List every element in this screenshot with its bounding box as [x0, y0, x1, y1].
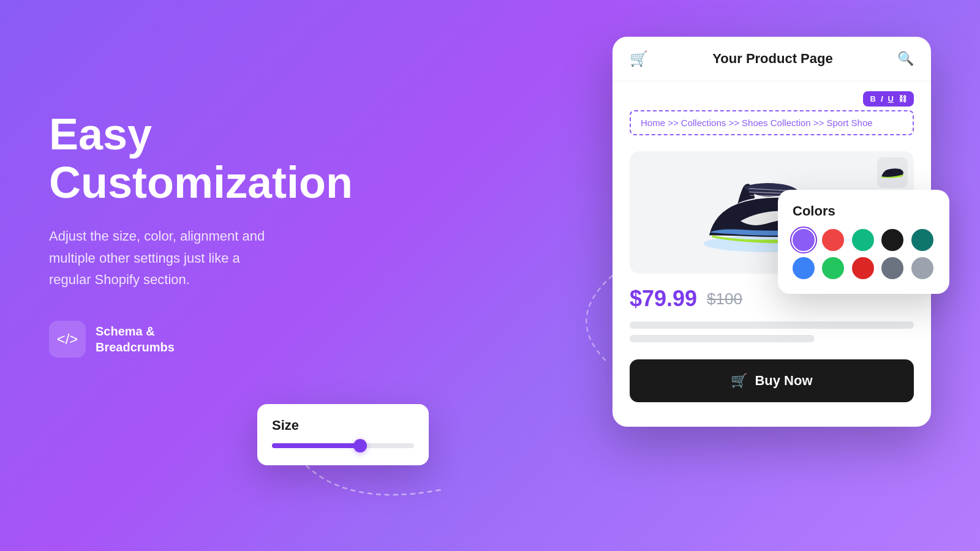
colors-label: Colors: [793, 203, 935, 219]
headline: EasyCustomization: [49, 110, 355, 207]
color-gray-light[interactable]: [911, 257, 933, 279]
color-lime[interactable]: [822, 257, 844, 279]
color-red[interactable]: [822, 229, 844, 251]
content-lines: [612, 317, 931, 347]
product-thumbnail[interactable]: [877, 157, 908, 188]
color-blue[interactable]: [793, 257, 815, 279]
formatting-toolbar[interactable]: B I U ⛓: [863, 91, 914, 107]
size-widget: Size: [257, 404, 429, 465]
breadcrumb-toolbar: B I U ⛓: [630, 91, 914, 107]
color-gray-dark[interactable]: [881, 257, 903, 279]
breadcrumb-nav: Home >> Collections >> Shoes Collection …: [630, 110, 914, 135]
schema-badge: </> Schema &Breadcrumbs: [49, 321, 175, 358]
color-black[interactable]: [881, 229, 903, 251]
color-green[interactable]: [852, 229, 874, 251]
page-title: Your Product Page: [712, 51, 832, 67]
mockup-header: 🛒 Your Product Page 🔍: [612, 37, 931, 81]
color-teal[interactable]: [911, 229, 933, 251]
size-label: Size: [272, 418, 414, 433]
size-slider-track[interactable]: [272, 443, 414, 448]
badge-text: Schema &Breadcrumbs: [96, 323, 175, 355]
price-old: $100: [707, 290, 742, 309]
subtitle: Adjust the size, color, alignment and mu…: [49, 225, 282, 290]
colors-widget: Colors: [778, 190, 949, 294]
size-slider-thumb[interactable]: [353, 439, 367, 452]
color-purple[interactable]: [793, 229, 815, 251]
content-line-1: [630, 321, 914, 329]
buy-now-button[interactable]: 🛒 Buy Now: [630, 359, 914, 402]
size-slider-fill: [272, 443, 360, 448]
cart-icon-btn: 🛒: [731, 373, 747, 389]
breadcrumb-area: B I U ⛓ Home >> Collections >> Shoes Col…: [612, 81, 931, 145]
price-main: $79.99: [630, 286, 697, 312]
left-panel: EasyCustomization Adjust the size, color…: [49, 110, 355, 358]
deco-curve-right: [557, 269, 619, 367]
cart-icon[interactable]: 🛒: [630, 50, 648, 67]
color-dark-red[interactable]: [852, 257, 874, 279]
content-line-2: [630, 335, 815, 342]
colors-grid: [793, 229, 935, 279]
search-icon[interactable]: 🔍: [897, 51, 914, 67]
badge-icon: </>: [49, 321, 86, 358]
